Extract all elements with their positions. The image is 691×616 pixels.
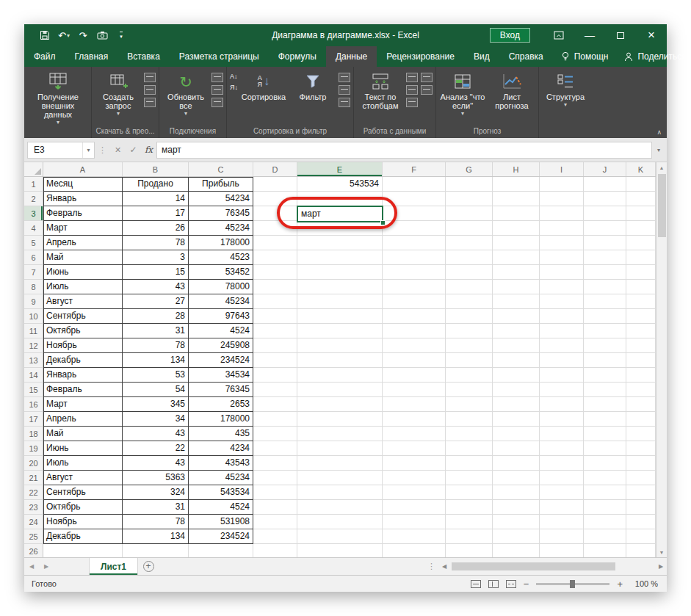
row-header-12[interactable]: 12 xyxy=(24,338,43,353)
show-queries-icon[interactable] xyxy=(144,73,156,82)
cell-E15[interactable] xyxy=(297,383,383,397)
cell-H24[interactable] xyxy=(493,515,540,529)
cell-G15[interactable] xyxy=(446,383,493,397)
column-header-G[interactable]: G xyxy=(446,162,493,176)
cell-A6[interactable]: Май xyxy=(43,250,123,265)
cell-A5[interactable]: Апрель xyxy=(43,236,123,250)
cell-F8[interactable] xyxy=(383,280,446,294)
cell-F7[interactable] xyxy=(383,265,446,280)
row-header-8[interactable]: 8 xyxy=(24,280,43,294)
cell-I25[interactable] xyxy=(540,529,584,544)
cell-E1[interactable]: 543534 xyxy=(297,177,383,192)
row-header-14[interactable]: 14 xyxy=(24,368,43,383)
cell-B26[interactable] xyxy=(123,544,189,557)
cell-F1[interactable] xyxy=(383,177,446,192)
cell-A11[interactable]: Октябрь xyxy=(43,324,123,338)
cell-B14[interactable]: 53 xyxy=(123,368,189,383)
cell-J6[interactable] xyxy=(584,250,626,265)
cell-G16[interactable] xyxy=(446,397,493,412)
cell-D11[interactable] xyxy=(253,324,297,338)
row-header-18[interactable]: 18 xyxy=(24,427,43,441)
cell-H1[interactable] xyxy=(493,177,540,192)
cell-F21[interactable] xyxy=(383,471,446,485)
cell-D13[interactable] xyxy=(253,353,297,368)
cell-G3[interactable] xyxy=(446,206,493,221)
cell-E13[interactable] xyxy=(297,353,383,368)
cell-G11[interactable] xyxy=(446,324,493,338)
scroll-right-icon[interactable]: ▶ xyxy=(655,563,667,570)
cell-J8[interactable] xyxy=(584,280,626,294)
relationships-icon[interactable] xyxy=(406,98,418,107)
cell-J3[interactable] xyxy=(584,206,626,221)
cell-A14[interactable]: Январь xyxy=(43,368,123,383)
cell-J24[interactable] xyxy=(584,515,626,529)
cell-I19[interactable] xyxy=(540,441,584,456)
cell-K13[interactable] xyxy=(626,353,656,368)
name-box-dropdown-icon[interactable]: ▾ xyxy=(82,142,94,158)
tab-Формулы[interactable]: Формулы xyxy=(269,46,326,67)
cell-I4[interactable] xyxy=(540,221,584,236)
cell-K9[interactable] xyxy=(626,294,656,309)
cell-F12[interactable] xyxy=(383,338,446,353)
cell-E9[interactable] xyxy=(297,294,383,309)
cell-D19[interactable] xyxy=(253,441,297,456)
cell-F10[interactable] xyxy=(383,309,446,324)
cell-B22[interactable]: 324 xyxy=(123,485,189,500)
cell-B17[interactable]: 34 xyxy=(123,412,189,427)
recent-sources-icon[interactable] xyxy=(144,98,156,107)
tab-Главная[interactable]: Главная xyxy=(65,46,118,67)
cell-I11[interactable] xyxy=(540,324,584,338)
cell-B18[interactable]: 43 xyxy=(123,427,189,441)
cell-G19[interactable] xyxy=(446,441,493,456)
cell-I20[interactable] xyxy=(540,456,584,471)
column-header-I[interactable]: I xyxy=(540,162,584,176)
sort-za-button[interactable]: Я↓ xyxy=(230,84,238,92)
cell-F22[interactable] xyxy=(383,485,446,500)
cell-E10[interactable] xyxy=(297,309,383,324)
cell-A12[interactable]: Ноябрь xyxy=(43,338,123,353)
cell-J21[interactable] xyxy=(584,471,626,485)
cell-F5[interactable] xyxy=(383,236,446,250)
collapse-ribbon-button[interactable]: ∧ xyxy=(656,128,662,136)
cell-H3[interactable] xyxy=(493,206,540,221)
remove-duplicates-icon[interactable] xyxy=(406,85,418,95)
cell-J25[interactable] xyxy=(584,529,626,544)
cell-C6[interactable]: 4523 xyxy=(189,250,253,265)
cell-J11[interactable] xyxy=(584,324,626,338)
cell-I13[interactable] xyxy=(540,353,584,368)
tab-Разметка страницы[interactable]: Разметка страницы xyxy=(170,46,269,67)
cell-F24[interactable] xyxy=(383,515,446,529)
row-header-25[interactable]: 25 xyxy=(24,529,43,544)
row-header-21[interactable]: 21 xyxy=(24,471,43,485)
cell-F26[interactable] xyxy=(383,544,446,557)
cell-H7[interactable] xyxy=(493,265,540,280)
cell-A9[interactable]: Август xyxy=(43,294,123,309)
what-if-analysis-button[interactable]: Анализ "что если" ▾ xyxy=(439,68,486,126)
cell-H5[interactable] xyxy=(493,236,540,250)
cell-K22[interactable] xyxy=(626,485,656,500)
cell-I6[interactable] xyxy=(540,250,584,265)
clear-filter-icon[interactable] xyxy=(339,73,350,82)
cell-B5[interactable]: 78 xyxy=(123,236,189,250)
cell-H11[interactable] xyxy=(493,324,540,338)
cell-K16[interactable] xyxy=(626,397,656,412)
cell-G13[interactable] xyxy=(446,353,493,368)
cell-F15[interactable] xyxy=(383,383,446,397)
cell-D25[interactable] xyxy=(253,529,297,544)
cell-B9[interactable]: 27 xyxy=(123,294,189,309)
cell-J9[interactable] xyxy=(584,294,626,309)
zoom-slider[interactable] xyxy=(536,583,609,585)
cell-J5[interactable] xyxy=(584,236,626,250)
cell-F6[interactable] xyxy=(383,250,446,265)
tabbar-drag-handle[interactable]: ⋮ xyxy=(424,562,438,571)
cell-H9[interactable] xyxy=(493,294,540,309)
cell-K26[interactable] xyxy=(626,544,656,557)
cell-B7[interactable]: 15 xyxy=(123,265,189,280)
text-to-columns-button[interactable]: Текст по столбцам xyxy=(357,68,404,126)
cell-E8[interactable] xyxy=(297,280,383,294)
cell-K8[interactable] xyxy=(626,280,656,294)
cell-E23[interactable] xyxy=(297,500,383,515)
cell-J14[interactable] xyxy=(584,368,626,383)
filter-button[interactable]: Фильтр xyxy=(289,68,336,126)
cell-I16[interactable] xyxy=(540,397,584,412)
